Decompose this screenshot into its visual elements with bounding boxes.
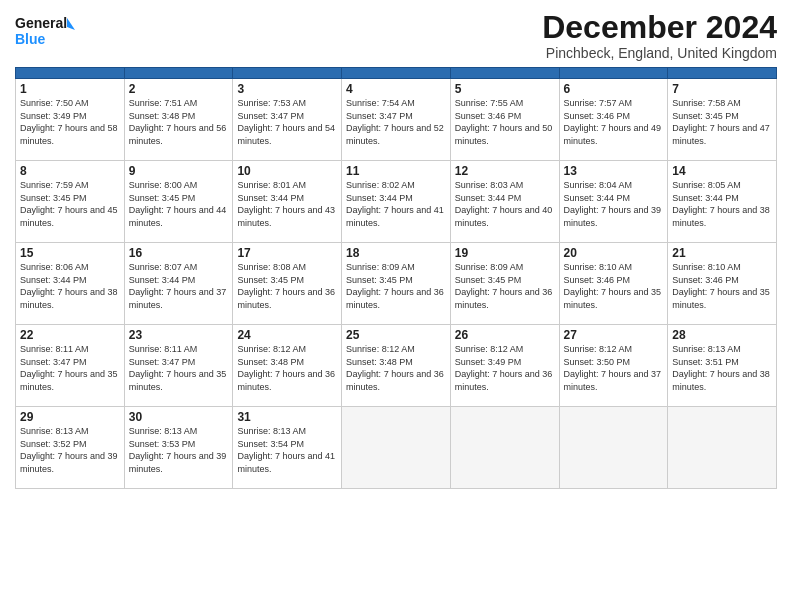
calendar-cell: 17 Sunrise: 8:08 AM Sunset: 3:45 PM Dayl… <box>233 243 342 325</box>
day-number: 13 <box>564 164 664 178</box>
day-number: 22 <box>20 328 120 342</box>
day-info: Sunrise: 8:09 AM Sunset: 3:45 PM Dayligh… <box>346 261 446 311</box>
day-info: Sunrise: 7:57 AM Sunset: 3:46 PM Dayligh… <box>564 97 664 147</box>
title-area: December 2024 Pinchbeck, England, United… <box>542 10 777 61</box>
day-info: Sunrise: 8:00 AM Sunset: 3:45 PM Dayligh… <box>129 179 229 229</box>
svg-text:Blue: Blue <box>15 31 46 47</box>
calendar-cell: 16 Sunrise: 8:07 AM Sunset: 3:44 PM Dayl… <box>124 243 233 325</box>
calendar-cell: 31 Sunrise: 8:13 AM Sunset: 3:54 PM Dayl… <box>233 407 342 489</box>
col-thursday <box>450 68 559 79</box>
calendar-cell: 27 Sunrise: 8:12 AM Sunset: 3:50 PM Dayl… <box>559 325 668 407</box>
day-number: 21 <box>672 246 772 260</box>
day-number: 18 <box>346 246 446 260</box>
day-info: Sunrise: 8:11 AM Sunset: 3:47 PM Dayligh… <box>129 343 229 393</box>
day-number: 7 <box>672 82 772 96</box>
calendar-cell: 24 Sunrise: 8:12 AM Sunset: 3:48 PM Dayl… <box>233 325 342 407</box>
day-number: 24 <box>237 328 337 342</box>
calendar-cell <box>559 407 668 489</box>
calendar-cell: 1 Sunrise: 7:50 AM Sunset: 3:49 PM Dayli… <box>16 79 125 161</box>
header: General Blue December 2024 Pinchbeck, En… <box>15 10 777 61</box>
calendar-cell <box>450 407 559 489</box>
day-info: Sunrise: 7:55 AM Sunset: 3:46 PM Dayligh… <box>455 97 555 147</box>
calendar-cell <box>668 407 777 489</box>
calendar-cell: 2 Sunrise: 7:51 AM Sunset: 3:48 PM Dayli… <box>124 79 233 161</box>
day-info: Sunrise: 8:01 AM Sunset: 3:44 PM Dayligh… <box>237 179 337 229</box>
day-number: 27 <box>564 328 664 342</box>
calendar-cell: 11 Sunrise: 8:02 AM Sunset: 3:44 PM Dayl… <box>342 161 451 243</box>
day-number: 15 <box>20 246 120 260</box>
calendar-cell: 6 Sunrise: 7:57 AM Sunset: 3:46 PM Dayli… <box>559 79 668 161</box>
subtitle: Pinchbeck, England, United Kingdom <box>542 45 777 61</box>
week-row: 29 Sunrise: 8:13 AM Sunset: 3:52 PM Dayl… <box>16 407 777 489</box>
day-number: 30 <box>129 410 229 424</box>
calendar-cell: 7 Sunrise: 7:58 AM Sunset: 3:45 PM Dayli… <box>668 79 777 161</box>
week-row: 8 Sunrise: 7:59 AM Sunset: 3:45 PM Dayli… <box>16 161 777 243</box>
calendar-cell: 22 Sunrise: 8:11 AM Sunset: 3:47 PM Dayl… <box>16 325 125 407</box>
day-number: 17 <box>237 246 337 260</box>
col-wednesday <box>342 68 451 79</box>
week-row: 15 Sunrise: 8:06 AM Sunset: 3:44 PM Dayl… <box>16 243 777 325</box>
calendar-cell <box>342 407 451 489</box>
calendar-cell: 20 Sunrise: 8:10 AM Sunset: 3:46 PM Dayl… <box>559 243 668 325</box>
calendar-cell: 14 Sunrise: 8:05 AM Sunset: 3:44 PM Dayl… <box>668 161 777 243</box>
day-number: 31 <box>237 410 337 424</box>
col-sunday <box>16 68 125 79</box>
calendar-cell: 5 Sunrise: 7:55 AM Sunset: 3:46 PM Dayli… <box>450 79 559 161</box>
day-info: Sunrise: 7:59 AM Sunset: 3:45 PM Dayligh… <box>20 179 120 229</box>
day-number: 20 <box>564 246 664 260</box>
day-number: 29 <box>20 410 120 424</box>
calendar-cell: 12 Sunrise: 8:03 AM Sunset: 3:44 PM Dayl… <box>450 161 559 243</box>
calendar-cell: 26 Sunrise: 8:12 AM Sunset: 3:49 PM Dayl… <box>450 325 559 407</box>
col-monday <box>124 68 233 79</box>
svg-text:General: General <box>15 15 67 31</box>
day-info: Sunrise: 8:02 AM Sunset: 3:44 PM Dayligh… <box>346 179 446 229</box>
day-info: Sunrise: 8:13 AM Sunset: 3:53 PM Dayligh… <box>129 425 229 475</box>
col-saturday <box>668 68 777 79</box>
calendar-cell: 4 Sunrise: 7:54 AM Sunset: 3:47 PM Dayli… <box>342 79 451 161</box>
day-info: Sunrise: 8:13 AM Sunset: 3:51 PM Dayligh… <box>672 343 772 393</box>
logo: General Blue <box>15 10 75 55</box>
day-info: Sunrise: 8:11 AM Sunset: 3:47 PM Dayligh… <box>20 343 120 393</box>
day-number: 19 <box>455 246 555 260</box>
day-info: Sunrise: 7:54 AM Sunset: 3:47 PM Dayligh… <box>346 97 446 147</box>
calendar-cell: 30 Sunrise: 8:13 AM Sunset: 3:53 PM Dayl… <box>124 407 233 489</box>
day-info: Sunrise: 8:09 AM Sunset: 3:45 PM Dayligh… <box>455 261 555 311</box>
calendar-cell: 19 Sunrise: 8:09 AM Sunset: 3:45 PM Dayl… <box>450 243 559 325</box>
calendar-cell: 13 Sunrise: 8:04 AM Sunset: 3:44 PM Dayl… <box>559 161 668 243</box>
day-number: 9 <box>129 164 229 178</box>
day-info: Sunrise: 8:12 AM Sunset: 3:49 PM Dayligh… <box>455 343 555 393</box>
day-info: Sunrise: 8:03 AM Sunset: 3:44 PM Dayligh… <box>455 179 555 229</box>
calendar-cell: 9 Sunrise: 8:00 AM Sunset: 3:45 PM Dayli… <box>124 161 233 243</box>
calendar-cell: 28 Sunrise: 8:13 AM Sunset: 3:51 PM Dayl… <box>668 325 777 407</box>
calendar-cell: 3 Sunrise: 7:53 AM Sunset: 3:47 PM Dayli… <box>233 79 342 161</box>
day-number: 4 <box>346 82 446 96</box>
day-info: Sunrise: 8:12 AM Sunset: 3:48 PM Dayligh… <box>346 343 446 393</box>
month-title: December 2024 <box>542 10 777 45</box>
calendar-cell: 8 Sunrise: 7:59 AM Sunset: 3:45 PM Dayli… <box>16 161 125 243</box>
col-tuesday <box>233 68 342 79</box>
calendar-cell: 10 Sunrise: 8:01 AM Sunset: 3:44 PM Dayl… <box>233 161 342 243</box>
day-info: Sunrise: 7:50 AM Sunset: 3:49 PM Dayligh… <box>20 97 120 147</box>
day-number: 5 <box>455 82 555 96</box>
day-number: 2 <box>129 82 229 96</box>
day-number: 25 <box>346 328 446 342</box>
calendar-cell: 18 Sunrise: 8:09 AM Sunset: 3:45 PM Dayl… <box>342 243 451 325</box>
svg-marker-2 <box>67 18 75 30</box>
day-number: 10 <box>237 164 337 178</box>
day-number: 6 <box>564 82 664 96</box>
day-info: Sunrise: 7:53 AM Sunset: 3:47 PM Dayligh… <box>237 97 337 147</box>
week-row: 1 Sunrise: 7:50 AM Sunset: 3:49 PM Dayli… <box>16 79 777 161</box>
calendar-table: 1 Sunrise: 7:50 AM Sunset: 3:49 PM Dayli… <box>15 67 777 489</box>
day-number: 12 <box>455 164 555 178</box>
week-row: 22 Sunrise: 8:11 AM Sunset: 3:47 PM Dayl… <box>16 325 777 407</box>
day-info: Sunrise: 7:51 AM Sunset: 3:48 PM Dayligh… <box>129 97 229 147</box>
day-info: Sunrise: 8:06 AM Sunset: 3:44 PM Dayligh… <box>20 261 120 311</box>
day-info: Sunrise: 8:05 AM Sunset: 3:44 PM Dayligh… <box>672 179 772 229</box>
col-friday <box>559 68 668 79</box>
day-info: Sunrise: 8:08 AM Sunset: 3:45 PM Dayligh… <box>237 261 337 311</box>
day-info: Sunrise: 8:10 AM Sunset: 3:46 PM Dayligh… <box>672 261 772 311</box>
day-info: Sunrise: 8:10 AM Sunset: 3:46 PM Dayligh… <box>564 261 664 311</box>
day-info: Sunrise: 8:12 AM Sunset: 3:50 PM Dayligh… <box>564 343 664 393</box>
day-info: Sunrise: 8:13 AM Sunset: 3:54 PM Dayligh… <box>237 425 337 475</box>
day-number: 16 <box>129 246 229 260</box>
